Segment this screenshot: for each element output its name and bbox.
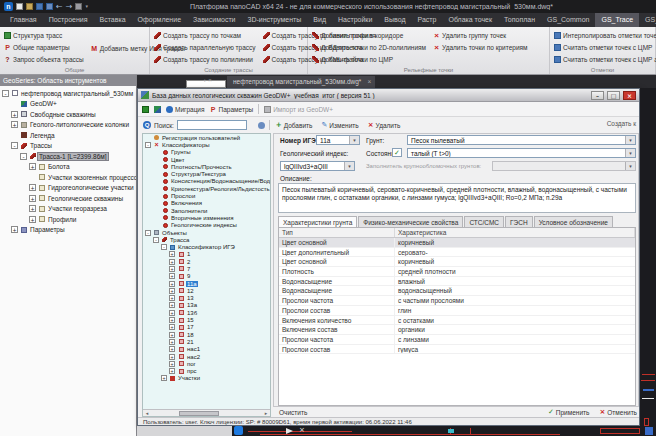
tree-item[interactable]: +Свободные скважины (0, 109, 136, 120)
table-row[interactable]: Прослои частотас линзами (279, 335, 635, 345)
import-geodw-button[interactable]: Импорт из GeoDW+ (264, 106, 333, 113)
ribbon-button[interactable]: Создать параллельную трассу (154, 42, 256, 53)
dialog-close-button[interactable]: × (623, 91, 636, 100)
edit-record-button[interactable]: ✎ Изменить (321, 122, 358, 129)
save-all-icon[interactable] (46, 3, 53, 10)
tree-item[interactable]: Геологические индексы (143, 222, 270, 229)
ribbon-button[interactable]: Создать трассу по полилинии (154, 54, 256, 65)
collapse-toggle-icon[interactable]: - (161, 244, 167, 250)
table-row[interactable]: Прослои составгумуса (279, 345, 635, 355)
tree-item[interactable]: Прослои (143, 192, 270, 199)
tree-item[interactable]: +Гидрогеологические участки (0, 183, 136, 194)
tree-item[interactable]: -Классификатор ИГЭ (143, 243, 270, 250)
state-select[interactable]: талый (Т t>0) (407, 148, 636, 158)
tree-item[interactable]: Плотность/Прочность (143, 163, 270, 170)
table-row[interactable]: Водонасыщениевлажный (279, 277, 635, 287)
table-row[interactable]: Водонасыщениеводонасыщенный (279, 286, 635, 296)
expand-toggle-icon[interactable]: + (169, 295, 175, 301)
table-row[interactable]: Включения количествос остатками (279, 316, 635, 326)
delete-record-button[interactable]: × Удалить (368, 122, 401, 129)
ribbon-button[interactable]: Общие параметры (4, 42, 84, 53)
tree-item[interactable]: +прс (143, 368, 270, 375)
expand-toggle-icon[interactable]: + (169, 302, 175, 308)
expand-toggle-icon[interactable]: + (169, 281, 175, 287)
tree-horizontal-scrollbar[interactable]: ◂ ▸ (143, 409, 270, 416)
expand-toggle-icon[interactable]: + (169, 317, 175, 323)
ribbon-button[interactable]: Структура трасс (4, 30, 84, 41)
ribbon-tab[interactable]: Облака точек (442, 13, 498, 27)
ribbon-tab[interactable]: Главная (4, 13, 43, 27)
expand-toggle-icon[interactable]: + (29, 184, 36, 191)
ribbon-tab[interactable]: Вставка (94, 13, 132, 27)
tree-item[interactable]: -Объекты (143, 229, 270, 236)
tree-item[interactable]: Включения (143, 200, 270, 207)
dialog-tab[interactable]: Условное обозначение (534, 216, 613, 227)
tree-item[interactable]: +Геологические скважины (0, 193, 136, 204)
expand-toggle-icon[interactable]: + (169, 332, 175, 338)
expand-toggle-icon[interactable]: + (29, 195, 36, 202)
scroll-left-icon[interactable]: ◂ (143, 410, 151, 417)
tree-item[interactable]: +1 (143, 251, 270, 258)
collapse-toggle-icon[interactable]: - (20, 153, 27, 160)
tree-item[interactable]: Вторичные изменения (143, 214, 270, 221)
tree-item[interactable]: Участки экзогенных процессов (0, 172, 136, 183)
ribbon-button[interactable]: Запрос объекта трассы (4, 54, 84, 65)
ribbon-tab[interactable]: Топоплан (498, 13, 541, 27)
expand-toggle-icon[interactable]: + (169, 251, 175, 257)
add-record-button[interactable]: + Добавить (276, 122, 313, 129)
table-row[interactable]: Цвет основнойкоричневый (279, 238, 635, 248)
dialog-tab[interactable]: ГЭСН (505, 216, 533, 227)
tree-item[interactable]: Криотекстура/Реология/Льдистость (143, 185, 270, 192)
description-textarea[interactable]: Песок пылеватый коричневый, серовато-кор… (278, 183, 636, 213)
apply-button[interactable]: ✓ Применить (548, 409, 589, 416)
expand-toggle-icon[interactable]: + (169, 266, 175, 272)
document-tab-close-icon[interactable]: × (368, 76, 372, 88)
tree-item[interactable]: +13 (143, 295, 270, 302)
tree-item[interactable]: +13б (143, 309, 270, 316)
migration-button[interactable]: Миграция (166, 106, 205, 113)
ige-number-select[interactable]: 11а (316, 135, 360, 145)
open-file-icon[interactable] (26, 3, 33, 10)
ribbon-tab[interactable]: Построения (43, 13, 94, 27)
undo-icon[interactable] (56, 3, 63, 10)
tool-panel-header[interactable]: GeoSeries: Область инструментов (0, 75, 136, 86)
table-row[interactable]: Плотностьсредней плотности (279, 267, 635, 277)
expand-toggle-icon[interactable]: + (169, 273, 175, 279)
ribbon-button[interactable]: Удалить точки по критериям (433, 42, 527, 53)
tree-item[interactable]: -Трасса-1 [L=2399.86м] (0, 151, 136, 162)
expand-toggle-icon[interactable]: + (29, 163, 36, 170)
tree-item[interactable]: Регистрация пользователей (143, 134, 270, 141)
dialog-tab[interactable]: СТС/СМС (464, 216, 504, 227)
collapse-toggle-icon[interactable]: - (11, 142, 18, 149)
table-header-cell[interactable]: Характеристика (395, 228, 635, 237)
tree-item[interactable]: +7 (143, 265, 270, 272)
tree-item[interactable]: +11а (143, 280, 270, 287)
tree-item[interactable]: Грунты (143, 149, 270, 156)
ribbon-button[interactable]: Удалить группу точек (433, 30, 527, 41)
tree-item[interactable]: +17 (143, 324, 270, 331)
tree-item[interactable]: +Участки (143, 375, 270, 382)
tree-item[interactable]: GeoDW+ (0, 99, 136, 110)
expand-toggle-icon[interactable]: + (169, 368, 175, 374)
table-header-cell[interactable]: Тип (279, 228, 395, 237)
ribbon-button[interactable]: Добавить точки в коридоре (312, 30, 426, 41)
tree-item[interactable]: Цвет (143, 156, 270, 163)
collapse-toggle-icon[interactable]: - (145, 142, 151, 148)
ribbon-tab[interactable]: Настройки (332, 13, 378, 27)
ribbon-tab[interactable]: Зависимости (187, 13, 241, 27)
table-row[interactable]: Цвет основнойкоричневый (279, 257, 635, 267)
cancel-button[interactable]: × Отменить (599, 409, 637, 416)
tree-item[interactable]: +Болота (0, 162, 136, 173)
tree-item[interactable]: +пог (143, 360, 270, 367)
command-line-area[interactable] (137, 426, 232, 436)
dialog-titlebar[interactable]: База данных геологических скважин GeoDW+… (138, 89, 639, 102)
expand-toggle-icon[interactable]: + (169, 324, 175, 330)
scroll-right-icon[interactable]: ▸ (262, 410, 270, 417)
print-icon[interactable] (75, 3, 82, 10)
tree-item[interactable]: +Параметры (0, 225, 136, 236)
tree-item[interactable]: -нефтепровод магистральный_530мм (0, 88, 136, 99)
soil-select[interactable]: Песок пылеватый (407, 135, 636, 145)
ribbon-button[interactable]: Добавить точки по ЦМР (312, 54, 426, 65)
ribbon-tab[interactable]: Растр (412, 13, 443, 27)
redo-icon[interactable] (66, 3, 73, 10)
